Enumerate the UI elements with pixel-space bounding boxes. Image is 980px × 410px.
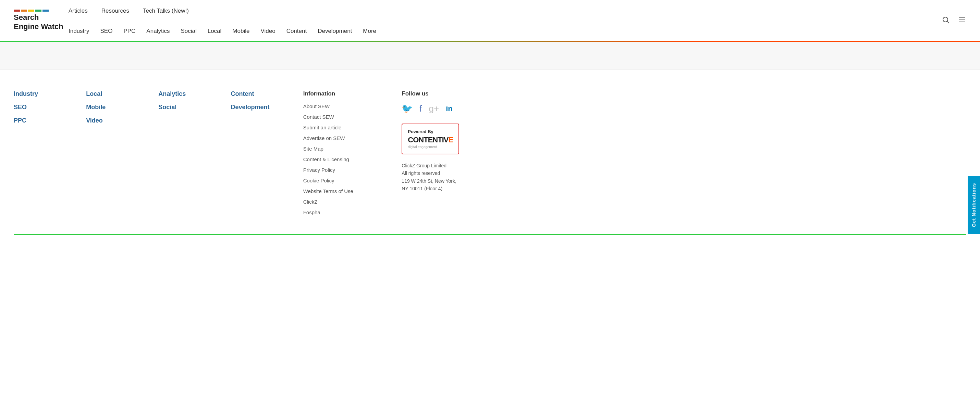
footer-terms-of-use[interactable]: Website Terms of Use <box>303 188 395 194</box>
nav-mobile[interactable]: Mobile <box>232 28 250 35</box>
footer-link-mobile[interactable]: Mobile <box>86 104 151 111</box>
logo-text: Search Engine Watch <box>14 13 75 31</box>
nav-top: Articles Resources Tech Talks (New!) <box>68 8 189 14</box>
footer-clickz[interactable]: ClickZ <box>303 199 395 205</box>
logo-bar-orange <box>21 9 27 12</box>
nav-articles[interactable]: Articles <box>68 8 88 14</box>
linkedin-icon[interactable]: in <box>446 104 453 113</box>
contentive-logo: CONTENTIVE <box>408 136 453 144</box>
footer-advertise[interactable]: Advertise on SEW <box>303 135 395 141</box>
address-line3: 119 W 24th St, New York, <box>402 177 493 185</box>
footer-col-4: Content Development <box>231 90 296 220</box>
footer-fospha[interactable]: Fospha <box>303 209 395 215</box>
nav-seo[interactable]: SEO <box>100 28 112 35</box>
twitter-icon[interactable]: 🐦 <box>402 103 412 114</box>
contentive-sub: digital engagement <box>408 145 453 149</box>
nav-local[interactable]: Local <box>208 28 222 35</box>
footer-content-licensing[interactable]: Content & Licensing <box>303 157 395 162</box>
svg-point-0 <box>943 17 948 22</box>
nav-ppc[interactable]: PPC <box>123 28 135 35</box>
svg-line-1 <box>947 21 950 23</box>
footer-col-3: Analytics Social <box>158 90 224 220</box>
logo-bar-red <box>14 9 20 12</box>
follow-heading: Follow us <box>402 90 493 97</box>
footer-link-video[interactable]: Video <box>86 117 151 124</box>
address: ClickZ Group Limited All rights reserved… <box>402 162 493 193</box>
nav-industry[interactable]: Industry <box>68 28 89 35</box>
site-footer: Industry SEO PPC Local Mobile Video Anal… <box>0 70 980 249</box>
nav-content[interactable]: Content <box>286 28 307 35</box>
main-area <box>0 42 980 70</box>
nav-resources[interactable]: Resources <box>102 8 129 14</box>
footer-cookie-policy[interactable]: Cookie Policy <box>303 177 395 184</box>
nav-analytics[interactable]: Analytics <box>146 28 170 35</box>
address-line2: All rights reserved <box>402 169 493 177</box>
footer-information: Information About SEW Contact SEW Submit… <box>303 90 395 220</box>
menu-icon[interactable] <box>958 16 966 25</box>
footer-privacy-policy[interactable]: Privacy Policy <box>303 167 395 173</box>
footer-grid: Industry SEO PPC Local Mobile Video Anal… <box>14 90 493 220</box>
nav-more[interactable]: More <box>363 28 376 35</box>
search-icon[interactable] <box>942 16 950 25</box>
header-icons <box>942 16 966 25</box>
logo-bar-yellow <box>28 9 34 12</box>
logo-bar-green <box>35 9 41 12</box>
nav-bottom: Industry SEO PPC Analytics Social Local … <box>68 28 376 35</box>
gplus-icon[interactable]: g+ <box>429 103 439 114</box>
footer-link-ppc[interactable]: PPC <box>14 117 79 124</box>
address-line4: NY 10011 (Floor 4) <box>402 185 493 192</box>
footer-link-analytics[interactable]: Analytics <box>158 90 224 98</box>
footer-follow: Follow us 🐦 f g+ in Powered By CONTENTIV… <box>402 90 493 220</box>
notifications-tab[interactable]: Get Notifications <box>968 176 980 234</box>
nav-social[interactable]: Social <box>181 28 196 35</box>
footer-col-1: Industry SEO PPC <box>14 90 79 220</box>
information-heading: Information <box>303 90 395 97</box>
footer-sitemap[interactable]: Site Map <box>303 146 395 152</box>
logo-bar <box>14 9 75 12</box>
footer-about-sew[interactable]: About SEW <box>303 103 395 109</box>
footer-link-seo[interactable]: SEO <box>14 104 79 111</box>
nav-development[interactable]: Development <box>318 28 352 35</box>
footer-link-content[interactable]: Content <box>231 90 296 98</box>
site-header: Search Engine Watch Articles Resources T… <box>0 0 980 41</box>
facebook-icon[interactable]: f <box>419 103 422 114</box>
footer-contact-sew[interactable]: Contact SEW <box>303 114 395 120</box>
footer-bottom-bar <box>14 234 966 235</box>
logo[interactable]: Search Engine Watch <box>14 9 75 31</box>
nav-tech-talks[interactable]: Tech Talks (New!) <box>143 8 189 14</box>
logo-bar-blue <box>43 9 49 12</box>
footer-link-social[interactable]: Social <box>158 104 224 111</box>
footer-submit-article[interactable]: Submit an article <box>303 125 395 130</box>
address-line1: ClickZ Group Limited <box>402 162 493 169</box>
powered-by-label: Powered By <box>408 129 453 134</box>
nav-video[interactable]: Video <box>261 28 275 35</box>
footer-link-industry[interactable]: Industry <box>14 90 79 98</box>
footer-link-local[interactable]: Local <box>86 90 151 98</box>
footer-link-development[interactable]: Development <box>231 104 296 111</box>
powered-by-box: Powered By CONTENTIVE digital engagement <box>402 123 459 154</box>
footer-col-2: Local Mobile Video <box>86 90 151 220</box>
social-icons: 🐦 f g+ in <box>402 103 493 114</box>
